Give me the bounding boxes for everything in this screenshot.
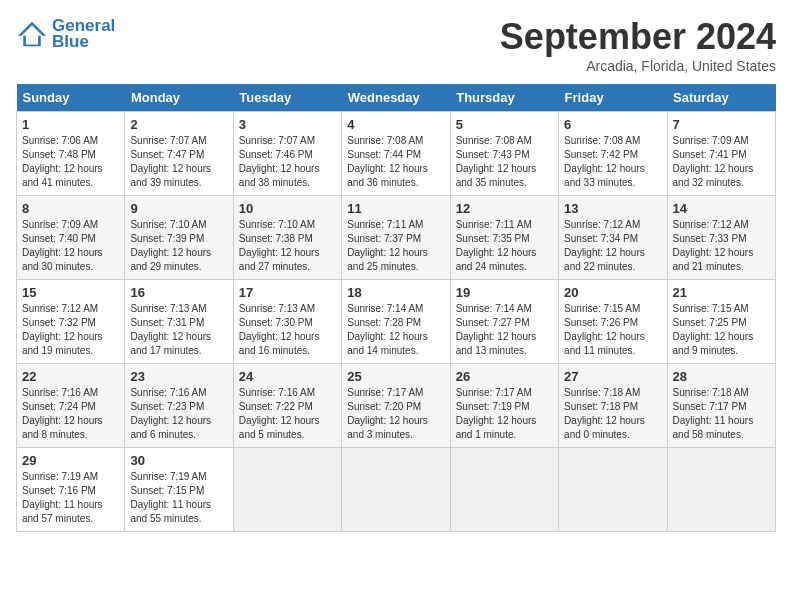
day-detail: Sunrise: 7:19 AMSunset: 7:16 PMDaylight:… — [22, 470, 119, 526]
day-detail: Sunrise: 7:10 AMSunset: 7:38 PMDaylight:… — [239, 218, 336, 274]
day-number: 1 — [22, 117, 119, 132]
day-detail: Sunrise: 7:07 AMSunset: 7:47 PMDaylight:… — [130, 134, 227, 190]
day-number: 4 — [347, 117, 444, 132]
table-row — [450, 448, 558, 532]
day-number: 2 — [130, 117, 227, 132]
table-row: 1Sunrise: 7:06 AMSunset: 7:48 PMDaylight… — [17, 112, 125, 196]
col-monday: Monday — [125, 84, 233, 112]
header: General Blue September 2024 Arcadia, Flo… — [16, 16, 776, 74]
day-detail: Sunrise: 7:17 AMSunset: 7:20 PMDaylight:… — [347, 386, 444, 442]
table-row — [559, 448, 667, 532]
day-number: 16 — [130, 285, 227, 300]
day-detail: Sunrise: 7:16 AMSunset: 7:23 PMDaylight:… — [130, 386, 227, 442]
col-tuesday: Tuesday — [233, 84, 341, 112]
table-row: 22Sunrise: 7:16 AMSunset: 7:24 PMDayligh… — [17, 364, 125, 448]
table-row: 8Sunrise: 7:09 AMSunset: 7:40 PMDaylight… — [17, 196, 125, 280]
table-row — [342, 448, 450, 532]
day-number: 20 — [564, 285, 661, 300]
day-number: 14 — [673, 201, 770, 216]
day-number: 5 — [456, 117, 553, 132]
day-detail: Sunrise: 7:13 AMSunset: 7:31 PMDaylight:… — [130, 302, 227, 358]
logo-text: General Blue — [52, 16, 115, 52]
day-number: 23 — [130, 369, 227, 384]
table-row: 29Sunrise: 7:19 AMSunset: 7:16 PMDayligh… — [17, 448, 125, 532]
day-detail: Sunrise: 7:19 AMSunset: 7:15 PMDaylight:… — [130, 470, 227, 526]
table-row: 30Sunrise: 7:19 AMSunset: 7:15 PMDayligh… — [125, 448, 233, 532]
table-row: 19Sunrise: 7:14 AMSunset: 7:27 PMDayligh… — [450, 280, 558, 364]
day-detail: Sunrise: 7:11 AMSunset: 7:37 PMDaylight:… — [347, 218, 444, 274]
table-row: 18Sunrise: 7:14 AMSunset: 7:28 PMDayligh… — [342, 280, 450, 364]
table-row: 24Sunrise: 7:16 AMSunset: 7:22 PMDayligh… — [233, 364, 341, 448]
calendar-row: 1Sunrise: 7:06 AMSunset: 7:48 PMDaylight… — [17, 112, 776, 196]
day-detail: Sunrise: 7:12 AMSunset: 7:32 PMDaylight:… — [22, 302, 119, 358]
day-detail: Sunrise: 7:17 AMSunset: 7:19 PMDaylight:… — [456, 386, 553, 442]
day-number: 8 — [22, 201, 119, 216]
table-row: 16Sunrise: 7:13 AMSunset: 7:31 PMDayligh… — [125, 280, 233, 364]
day-number: 21 — [673, 285, 770, 300]
table-row: 11Sunrise: 7:11 AMSunset: 7:37 PMDayligh… — [342, 196, 450, 280]
day-detail: Sunrise: 7:08 AMSunset: 7:42 PMDaylight:… — [564, 134, 661, 190]
day-number: 7 — [673, 117, 770, 132]
header-row: Sunday Monday Tuesday Wednesday Thursday… — [17, 84, 776, 112]
day-detail: Sunrise: 7:11 AMSunset: 7:35 PMDaylight:… — [456, 218, 553, 274]
table-row — [233, 448, 341, 532]
day-detail: Sunrise: 7:12 AMSunset: 7:34 PMDaylight:… — [564, 218, 661, 274]
col-wednesday: Wednesday — [342, 84, 450, 112]
day-detail: Sunrise: 7:10 AMSunset: 7:39 PMDaylight:… — [130, 218, 227, 274]
col-thursday: Thursday — [450, 84, 558, 112]
day-detail: Sunrise: 7:16 AMSunset: 7:24 PMDaylight:… — [22, 386, 119, 442]
day-detail: Sunrise: 7:14 AMSunset: 7:27 PMDaylight:… — [456, 302, 553, 358]
logo: General Blue — [16, 16, 115, 52]
day-number: 3 — [239, 117, 336, 132]
calendar-table: Sunday Monday Tuesday Wednesday Thursday… — [16, 84, 776, 532]
table-row: 12Sunrise: 7:11 AMSunset: 7:35 PMDayligh… — [450, 196, 558, 280]
table-row: 17Sunrise: 7:13 AMSunset: 7:30 PMDayligh… — [233, 280, 341, 364]
table-row: 4Sunrise: 7:08 AMSunset: 7:44 PMDaylight… — [342, 112, 450, 196]
table-row: 5Sunrise: 7:08 AMSunset: 7:43 PMDaylight… — [450, 112, 558, 196]
table-row: 13Sunrise: 7:12 AMSunset: 7:34 PMDayligh… — [559, 196, 667, 280]
day-number: 18 — [347, 285, 444, 300]
day-detail: Sunrise: 7:08 AMSunset: 7:44 PMDaylight:… — [347, 134, 444, 190]
table-row — [667, 448, 775, 532]
table-row: 26Sunrise: 7:17 AMSunset: 7:19 PMDayligh… — [450, 364, 558, 448]
calendar-row: 22Sunrise: 7:16 AMSunset: 7:24 PMDayligh… — [17, 364, 776, 448]
day-number: 28 — [673, 369, 770, 384]
table-row: 7Sunrise: 7:09 AMSunset: 7:41 PMDaylight… — [667, 112, 775, 196]
day-detail: Sunrise: 7:15 AMSunset: 7:26 PMDaylight:… — [564, 302, 661, 358]
day-detail: Sunrise: 7:18 AMSunset: 7:18 PMDaylight:… — [564, 386, 661, 442]
day-detail: Sunrise: 7:08 AMSunset: 7:43 PMDaylight:… — [456, 134, 553, 190]
table-row: 6Sunrise: 7:08 AMSunset: 7:42 PMDaylight… — [559, 112, 667, 196]
table-row: 27Sunrise: 7:18 AMSunset: 7:18 PMDayligh… — [559, 364, 667, 448]
table-row: 15Sunrise: 7:12 AMSunset: 7:32 PMDayligh… — [17, 280, 125, 364]
table-row: 25Sunrise: 7:17 AMSunset: 7:20 PMDayligh… — [342, 364, 450, 448]
logo-icon — [16, 20, 48, 48]
table-row: 2Sunrise: 7:07 AMSunset: 7:47 PMDaylight… — [125, 112, 233, 196]
day-number: 17 — [239, 285, 336, 300]
table-row: 21Sunrise: 7:15 AMSunset: 7:25 PMDayligh… — [667, 280, 775, 364]
day-number: 29 — [22, 453, 119, 468]
day-number: 22 — [22, 369, 119, 384]
month-title: September 2024 — [500, 16, 776, 58]
calendar-body: 1Sunrise: 7:06 AMSunset: 7:48 PMDaylight… — [17, 112, 776, 532]
day-detail: Sunrise: 7:13 AMSunset: 7:30 PMDaylight:… — [239, 302, 336, 358]
day-number: 27 — [564, 369, 661, 384]
day-number: 12 — [456, 201, 553, 216]
day-number: 25 — [347, 369, 444, 384]
calendar-row: 29Sunrise: 7:19 AMSunset: 7:16 PMDayligh… — [17, 448, 776, 532]
day-detail: Sunrise: 7:18 AMSunset: 7:17 PMDaylight:… — [673, 386, 770, 442]
day-number: 26 — [456, 369, 553, 384]
calendar-row: 15Sunrise: 7:12 AMSunset: 7:32 PMDayligh… — [17, 280, 776, 364]
day-detail: Sunrise: 7:15 AMSunset: 7:25 PMDaylight:… — [673, 302, 770, 358]
col-friday: Friday — [559, 84, 667, 112]
day-detail: Sunrise: 7:06 AMSunset: 7:48 PMDaylight:… — [22, 134, 119, 190]
table-row: 20Sunrise: 7:15 AMSunset: 7:26 PMDayligh… — [559, 280, 667, 364]
day-number: 24 — [239, 369, 336, 384]
day-detail: Sunrise: 7:12 AMSunset: 7:33 PMDaylight:… — [673, 218, 770, 274]
day-number: 30 — [130, 453, 227, 468]
day-number: 9 — [130, 201, 227, 216]
day-number: 15 — [22, 285, 119, 300]
day-detail: Sunrise: 7:09 AMSunset: 7:41 PMDaylight:… — [673, 134, 770, 190]
day-number: 19 — [456, 285, 553, 300]
day-number: 11 — [347, 201, 444, 216]
col-sunday: Sunday — [17, 84, 125, 112]
